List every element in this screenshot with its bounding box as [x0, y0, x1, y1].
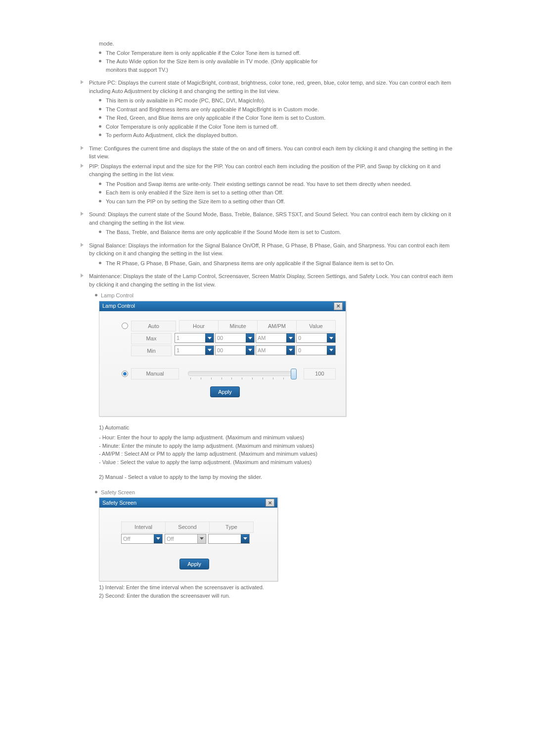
second-select[interactable]: [165, 534, 206, 544]
lamp-slider[interactable]: [188, 371, 297, 376]
dropdown-icon[interactable]: [197, 534, 206, 543]
safety-footnotes: 1) Interval: Enter the time interval whe…: [99, 583, 455, 600]
lamp-body: Auto Hour Minute AM/PM Value Max: [99, 311, 346, 403]
manual-radio[interactable]: [122, 371, 128, 377]
pip-item: PIP: Displays the external input and the…: [84, 162, 455, 179]
signal-item: Signal Balance: Displays the information…: [84, 241, 455, 258]
pc-bullet-3: The Red, Green, and Blue items are only …: [99, 114, 455, 122]
dropdown-icon[interactable]: [246, 346, 254, 355]
safety-foot-2: 2) Second: Enter the duration the screen…: [99, 592, 455, 600]
sound-item: Sound: Displays the current state of the…: [84, 210, 455, 227]
dropdown-icon[interactable]: [154, 534, 162, 543]
interval-header: Interval: [121, 521, 166, 533]
auto-notes: - Hour: Enter the hour to apply the lamp…: [99, 433, 455, 466]
min-value-input[interactable]: [297, 346, 327, 355]
manual-notes-heading: 2) Manual - Select a value to apply to t…: [99, 473, 455, 481]
pip-bullet-2: Each item is only enabled if the Size it…: [99, 189, 455, 197]
max-hour-select[interactable]: [175, 333, 214, 343]
max-label: Max: [131, 333, 172, 344]
lamp-apply-button[interactable]: Apply: [210, 386, 240, 397]
ampm-header: AM/PM: [257, 320, 296, 332]
min-hour-input[interactable]: [175, 346, 205, 355]
sound-bullets: The Bass, Treble, and Balance items are …: [99, 228, 455, 236]
safety-screen-panel: Safety Screen ✕ Interval Second Type App…: [99, 497, 278, 581]
signal-bullets: The R Phase, G Phase, B Phase, Gain, and…: [99, 259, 455, 268]
note-value: - Value : Select the value to apply the …: [99, 458, 455, 467]
min-minute-select[interactable]: [215, 345, 255, 355]
lamp-control-panel: Lamp Control ✕ Auto Hour Minute AM/PM Va…: [99, 301, 346, 417]
slider-thumb-icon[interactable]: [291, 369, 297, 379]
safety-title: Safety Screen: [102, 499, 136, 507]
mode-fragment: mode.: [99, 40, 455, 48]
type-input[interactable]: [209, 534, 241, 543]
close-icon[interactable]: ✕: [266, 499, 274, 507]
pc-bullet-4: Color Temperature is only applicable if …: [99, 123, 455, 131]
lamp-title-bar: Lamp Control ✕: [99, 301, 346, 311]
picture-pc-text: Picture PC: Displays the current state o…: [89, 80, 451, 94]
min-ampm-input[interactable]: [256, 346, 286, 355]
min-ampm-select[interactable]: [256, 345, 295, 355]
arrow-icon: [81, 164, 84, 168]
max-hour-input[interactable]: [175, 333, 205, 342]
safety-foot-1: 1) Interval: Enter the time interval whe…: [99, 583, 455, 592]
safety-body: Interval Second Type Apply: [99, 508, 277, 574]
pip-text: PIP: Displays the external input and the…: [89, 163, 441, 178]
dropdown-icon[interactable]: [246, 333, 254, 342]
max-minute-input[interactable]: [216, 333, 246, 342]
interval-select[interactable]: [121, 534, 163, 544]
type-select[interactable]: [208, 534, 250, 544]
intro-bullets: The Color Temperature item is only appli…: [99, 49, 455, 74]
arrow-icon: [81, 80, 84, 84]
auto-notes-heading: 1) Automatic: [99, 424, 455, 432]
slider-ticks: [190, 378, 294, 379]
value-header: Value: [296, 320, 336, 332]
signal-bullet-1: The R Phase, G Phase, B Phase, Gain, and…: [99, 259, 455, 268]
maintenance-text: Maintenance: Displays the state of the L…: [89, 273, 453, 287]
lamp-section-label: Lamp Control: [95, 291, 455, 300]
dropdown-icon[interactable]: [327, 333, 335, 342]
min-minute-input[interactable]: [216, 346, 246, 355]
time-text: Time: Configures the current time and di…: [89, 145, 452, 160]
max-value-select[interactable]: [296, 333, 336, 343]
arrow-icon: [81, 243, 84, 247]
second-header: Second: [165, 521, 210, 533]
dropdown-icon[interactable]: [327, 346, 335, 355]
close-icon[interactable]: ✕: [334, 302, 343, 310]
pip-bullet-3: You can turn the PIP on by setting the S…: [99, 197, 455, 206]
safety-title-bar: Safety Screen ✕: [99, 498, 277, 508]
manual-label: Manual: [131, 368, 179, 379]
minute-header: Minute: [218, 320, 257, 332]
dropdown-icon[interactable]: [205, 333, 214, 342]
dropdown-icon[interactable]: [205, 346, 214, 355]
min-hour-select[interactable]: [175, 345, 214, 355]
note-hour: - Hour: Enter the hour to apply the lamp…: [99, 433, 455, 442]
dropdown-icon[interactable]: [241, 534, 249, 543]
max-ampm-select[interactable]: [256, 333, 295, 343]
signal-text: Signal Balance: Displays the information…: [89, 242, 449, 257]
pc-bullet-1: This item is only available in PC mode (…: [99, 96, 455, 105]
pc-bullet-5: To perform Auto Adjustment, click the di…: [99, 131, 455, 140]
second-input[interactable]: [165, 534, 197, 543]
intro-bullet-2: The Auto Wide option for the Size item i…: [99, 57, 455, 74]
note-ampm: - AM/PM : Select AM or PM to apply the l…: [99, 450, 455, 458]
max-ampm-input[interactable]: [256, 333, 286, 342]
dropdown-icon[interactable]: [286, 346, 295, 355]
arrow-icon: [81, 212, 84, 216]
auto-radio[interactable]: [122, 323, 128, 329]
pc-bullet-2: The Contrast and Brightness items are on…: [99, 105, 455, 114]
time-item: Time: Configures the current time and di…: [84, 144, 455, 161]
interval-input[interactable]: [122, 534, 154, 543]
safety-apply-button[interactable]: Apply: [179, 559, 209, 569]
min-value-select[interactable]: [296, 345, 336, 355]
max-minute-select[interactable]: [215, 333, 255, 343]
sound-bullet-1: The Bass, Treble, and Balance items are …: [99, 228, 455, 236]
dropdown-icon[interactable]: [286, 333, 295, 342]
document-page: mode. The Color Temperature item is only…: [0, 0, 534, 639]
hour-header: Hour: [179, 320, 218, 332]
maintenance-item: Maintenance: Displays the state of the L…: [84, 272, 455, 288]
manual-value: 100: [304, 368, 336, 379]
arrow-icon: [81, 146, 84, 150]
picture-pc-item: Picture PC: Displays the current state o…: [84, 79, 455, 95]
max-value-input[interactable]: [297, 333, 327, 342]
sound-text: Sound: Displays the current state of the…: [89, 211, 451, 226]
